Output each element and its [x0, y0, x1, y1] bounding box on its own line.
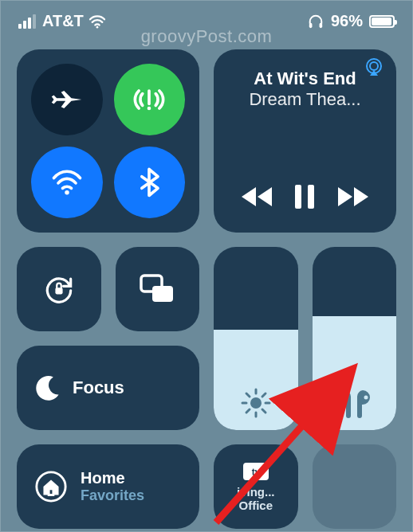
svg-rect-25 — [49, 489, 53, 495]
play-pause-button[interactable] — [293, 183, 317, 213]
svg-point-13 — [250, 397, 262, 409]
row-2: Focus — [17, 247, 396, 430]
home-button[interactable]: Home Favorites — [17, 444, 199, 529]
svg-rect-2 — [320, 22, 323, 27]
svg-point-22 — [340, 396, 344, 400]
svg-rect-1 — [309, 22, 313, 27]
airplane-mode-toggle[interactable] — [31, 64, 103, 135]
home-icon — [34, 470, 68, 503]
home-subtitle: Favorites — [81, 487, 144, 504]
battery-percent: 96% — [331, 12, 363, 30]
status-bar: AT&T 96% — [1, 1, 412, 35]
focus-label: Focus — [73, 377, 124, 398]
battery-fill — [372, 18, 391, 25]
track-title: At Wit's End — [228, 68, 382, 89]
svg-point-4 — [148, 107, 151, 111]
screen-mirroring-button[interactable] — [116, 247, 200, 331]
remote-line1: iving... — [237, 485, 275, 499]
apple-tv-remote-button[interactable]: tv iving... Office — [214, 444, 298, 529]
volume-slider[interactable] — [313, 247, 397, 430]
media-tile[interactable]: At Wit's End Dream Thea... — [214, 49, 396, 233]
media-controls — [228, 177, 382, 221]
moon-icon — [34, 374, 61, 401]
track-artist: Dream Thea... — [228, 89, 382, 110]
svg-point-5 — [65, 190, 69, 195]
carrier-label: AT&T — [42, 12, 84, 30]
apple-tv-icon: tv — [242, 461, 270, 482]
cellular-signal-icon — [18, 14, 36, 29]
wifi-icon — [88, 14, 106, 29]
status-left: AT&T — [18, 12, 106, 30]
svg-rect-12 — [152, 286, 173, 302]
svg-line-21 — [246, 409, 250, 413]
home-title: Home — [81, 469, 144, 487]
rewind-button[interactable] — [240, 185, 275, 212]
svg-line-18 — [246, 393, 250, 397]
empty-tile — [313, 444, 396, 529]
row-3: Home Favorites tv iving... Office — [17, 444, 396, 529]
bluetooth-toggle[interactable] — [114, 147, 186, 218]
orientation-lock-button[interactable] — [17, 247, 101, 331]
left-small-tiles: Focus — [17, 247, 199, 430]
remote-line2: Office — [239, 499, 273, 512]
airpods-icon — [313, 387, 397, 419]
cellular-data-toggle[interactable] — [114, 64, 186, 135]
svg-point-7 — [370, 62, 378, 70]
status-right: 96% — [307, 12, 395, 30]
wifi-toggle[interactable] — [31, 147, 103, 218]
brightness-slider[interactable] — [214, 247, 298, 430]
sliders — [214, 247, 396, 430]
svg-point-23 — [364, 396, 368, 400]
svg-line-20 — [262, 393, 266, 397]
svg-rect-8 — [295, 185, 301, 209]
row-1: At Wit's End Dream Thea... — [17, 49, 396, 233]
svg-line-19 — [262, 409, 266, 413]
svg-text:tv: tv — [251, 467, 260, 478]
battery-icon — [369, 15, 395, 28]
brightness-icon — [214, 387, 298, 419]
connectivity-tile — [17, 49, 199, 233]
svg-rect-10 — [55, 288, 62, 294]
control-center: At Wit's End Dream Thea... — [1, 35, 412, 532]
small-row-1 — [17, 247, 199, 331]
airplay-icon[interactable] — [363, 57, 385, 81]
headphones-icon — [307, 14, 324, 29]
forward-button[interactable] — [335, 185, 370, 212]
focus-button[interactable]: Focus — [17, 346, 199, 430]
svg-point-0 — [96, 25, 98, 28]
svg-rect-9 — [308, 185, 314, 209]
